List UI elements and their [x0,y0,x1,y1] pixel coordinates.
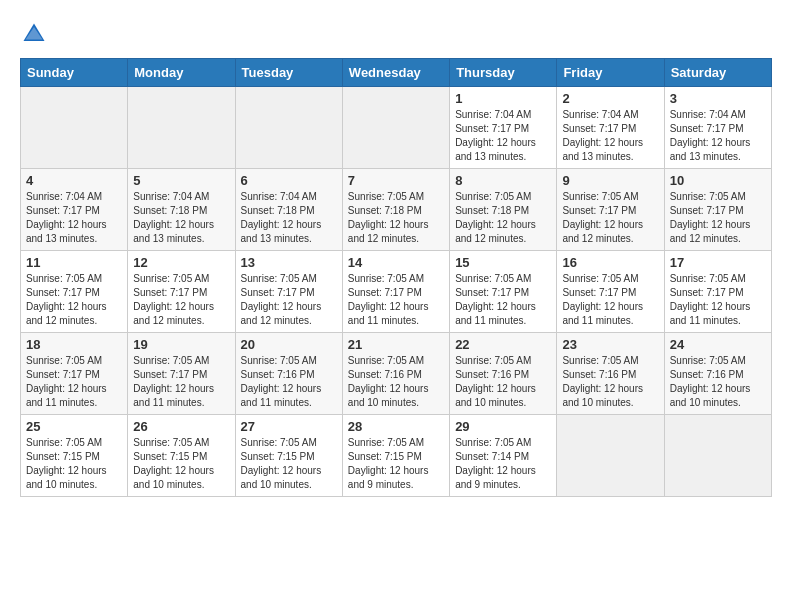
day-detail: Sunrise: 7:05 AM Sunset: 7:17 PM Dayligh… [133,272,229,328]
day-header-tuesday: Tuesday [235,59,342,87]
day-number: 11 [26,255,122,270]
calendar-cell: 9Sunrise: 7:05 AM Sunset: 7:17 PM Daylig… [557,169,664,251]
day-detail: Sunrise: 7:05 AM Sunset: 7:16 PM Dayligh… [455,354,551,410]
day-number: 17 [670,255,766,270]
calendar-body: 1Sunrise: 7:04 AM Sunset: 7:17 PM Daylig… [21,87,772,497]
day-detail: Sunrise: 7:05 AM Sunset: 7:15 PM Dayligh… [26,436,122,492]
day-number: 3 [670,91,766,106]
day-detail: Sunrise: 7:04 AM Sunset: 7:17 PM Dayligh… [26,190,122,246]
day-number: 24 [670,337,766,352]
calendar-cell: 17Sunrise: 7:05 AM Sunset: 7:17 PM Dayli… [664,251,771,333]
day-number: 20 [241,337,337,352]
day-number: 10 [670,173,766,188]
calendar-cell: 15Sunrise: 7:05 AM Sunset: 7:17 PM Dayli… [450,251,557,333]
calendar-week-4: 18Sunrise: 7:05 AM Sunset: 7:17 PM Dayli… [21,333,772,415]
day-detail: Sunrise: 7:05 AM Sunset: 7:17 PM Dayligh… [670,272,766,328]
calendar-cell: 27Sunrise: 7:05 AM Sunset: 7:15 PM Dayli… [235,415,342,497]
day-header-friday: Friday [557,59,664,87]
day-number: 1 [455,91,551,106]
day-detail: Sunrise: 7:05 AM Sunset: 7:17 PM Dayligh… [26,272,122,328]
day-number: 28 [348,419,444,434]
day-number: 15 [455,255,551,270]
days-header-row: SundayMondayTuesdayWednesdayThursdayFrid… [21,59,772,87]
day-number: 14 [348,255,444,270]
day-number: 12 [133,255,229,270]
day-detail: Sunrise: 7:05 AM Sunset: 7:16 PM Dayligh… [348,354,444,410]
day-detail: Sunrise: 7:04 AM Sunset: 7:17 PM Dayligh… [562,108,658,164]
day-detail: Sunrise: 7:05 AM Sunset: 7:17 PM Dayligh… [455,272,551,328]
calendar-cell: 20Sunrise: 7:05 AM Sunset: 7:16 PM Dayli… [235,333,342,415]
day-detail: Sunrise: 7:05 AM Sunset: 7:16 PM Dayligh… [241,354,337,410]
day-detail: Sunrise: 7:05 AM Sunset: 7:16 PM Dayligh… [670,354,766,410]
day-detail: Sunrise: 7:05 AM Sunset: 7:15 PM Dayligh… [133,436,229,492]
calendar-cell: 11Sunrise: 7:05 AM Sunset: 7:17 PM Dayli… [21,251,128,333]
day-detail: Sunrise: 7:04 AM Sunset: 7:17 PM Dayligh… [670,108,766,164]
calendar-cell: 21Sunrise: 7:05 AM Sunset: 7:16 PM Dayli… [342,333,449,415]
day-detail: Sunrise: 7:05 AM Sunset: 7:17 PM Dayligh… [670,190,766,246]
calendar-cell: 4Sunrise: 7:04 AM Sunset: 7:17 PM Daylig… [21,169,128,251]
calendar-cell: 26Sunrise: 7:05 AM Sunset: 7:15 PM Dayli… [128,415,235,497]
day-detail: Sunrise: 7:05 AM Sunset: 7:17 PM Dayligh… [241,272,337,328]
day-number: 5 [133,173,229,188]
day-number: 23 [562,337,658,352]
calendar-cell: 10Sunrise: 7:05 AM Sunset: 7:17 PM Dayli… [664,169,771,251]
calendar-week-1: 1Sunrise: 7:04 AM Sunset: 7:17 PM Daylig… [21,87,772,169]
day-number: 19 [133,337,229,352]
day-number: 16 [562,255,658,270]
day-detail: Sunrise: 7:04 AM Sunset: 7:18 PM Dayligh… [241,190,337,246]
day-header-monday: Monday [128,59,235,87]
day-number: 21 [348,337,444,352]
calendar-cell [21,87,128,169]
calendar-cell [557,415,664,497]
day-detail: Sunrise: 7:05 AM Sunset: 7:18 PM Dayligh… [455,190,551,246]
calendar-cell: 5Sunrise: 7:04 AM Sunset: 7:18 PM Daylig… [128,169,235,251]
day-detail: Sunrise: 7:04 AM Sunset: 7:18 PM Dayligh… [133,190,229,246]
calendar-week-2: 4Sunrise: 7:04 AM Sunset: 7:17 PM Daylig… [21,169,772,251]
calendar-cell: 1Sunrise: 7:04 AM Sunset: 7:17 PM Daylig… [450,87,557,169]
day-detail: Sunrise: 7:05 AM Sunset: 7:18 PM Dayligh… [348,190,444,246]
header [20,20,772,48]
day-number: 4 [26,173,122,188]
calendar-cell: 18Sunrise: 7:05 AM Sunset: 7:17 PM Dayli… [21,333,128,415]
day-detail: Sunrise: 7:05 AM Sunset: 7:17 PM Dayligh… [26,354,122,410]
calendar-cell [664,415,771,497]
calendar-cell: 25Sunrise: 7:05 AM Sunset: 7:15 PM Dayli… [21,415,128,497]
day-detail: Sunrise: 7:05 AM Sunset: 7:17 PM Dayligh… [562,190,658,246]
day-detail: Sunrise: 7:05 AM Sunset: 7:15 PM Dayligh… [241,436,337,492]
calendar-cell [342,87,449,169]
calendar-table: SundayMondayTuesdayWednesdayThursdayFrid… [20,58,772,497]
day-detail: Sunrise: 7:05 AM Sunset: 7:15 PM Dayligh… [348,436,444,492]
day-number: 26 [133,419,229,434]
calendar-cell: 12Sunrise: 7:05 AM Sunset: 7:17 PM Dayli… [128,251,235,333]
calendar-cell: 16Sunrise: 7:05 AM Sunset: 7:17 PM Dayli… [557,251,664,333]
calendar-cell: 7Sunrise: 7:05 AM Sunset: 7:18 PM Daylig… [342,169,449,251]
calendar-cell: 14Sunrise: 7:05 AM Sunset: 7:17 PM Dayli… [342,251,449,333]
calendar-cell [235,87,342,169]
day-number: 22 [455,337,551,352]
calendar-cell: 13Sunrise: 7:05 AM Sunset: 7:17 PM Dayli… [235,251,342,333]
calendar-week-5: 25Sunrise: 7:05 AM Sunset: 7:15 PM Dayli… [21,415,772,497]
calendar-week-3: 11Sunrise: 7:05 AM Sunset: 7:17 PM Dayli… [21,251,772,333]
calendar-header: SundayMondayTuesdayWednesdayThursdayFrid… [21,59,772,87]
day-header-sunday: Sunday [21,59,128,87]
day-detail: Sunrise: 7:05 AM Sunset: 7:17 PM Dayligh… [133,354,229,410]
day-number: 9 [562,173,658,188]
day-number: 6 [241,173,337,188]
calendar-cell: 8Sunrise: 7:05 AM Sunset: 7:18 PM Daylig… [450,169,557,251]
day-number: 13 [241,255,337,270]
day-number: 29 [455,419,551,434]
calendar-cell [128,87,235,169]
calendar-cell: 6Sunrise: 7:04 AM Sunset: 7:18 PM Daylig… [235,169,342,251]
logo [20,20,52,48]
calendar-cell: 23Sunrise: 7:05 AM Sunset: 7:16 PM Dayli… [557,333,664,415]
day-number: 2 [562,91,658,106]
day-header-saturday: Saturday [664,59,771,87]
day-detail: Sunrise: 7:05 AM Sunset: 7:16 PM Dayligh… [562,354,658,410]
calendar-cell: 3Sunrise: 7:04 AM Sunset: 7:17 PM Daylig… [664,87,771,169]
calendar-cell: 19Sunrise: 7:05 AM Sunset: 7:17 PM Dayli… [128,333,235,415]
calendar-cell: 2Sunrise: 7:04 AM Sunset: 7:17 PM Daylig… [557,87,664,169]
day-detail: Sunrise: 7:05 AM Sunset: 7:17 PM Dayligh… [562,272,658,328]
day-number: 7 [348,173,444,188]
calendar-cell: 29Sunrise: 7:05 AM Sunset: 7:14 PM Dayli… [450,415,557,497]
day-number: 8 [455,173,551,188]
